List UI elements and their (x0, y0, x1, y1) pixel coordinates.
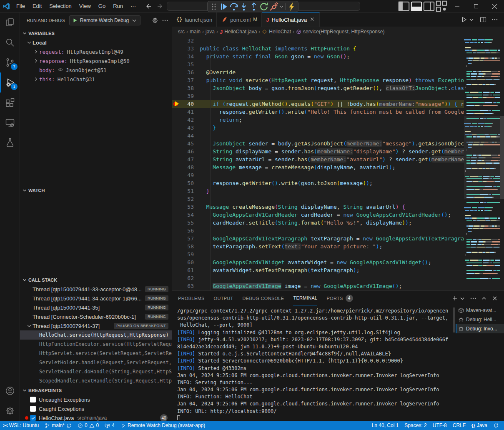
restart-button[interactable] (259, 2, 269, 11)
variable-row-response[interactable]: response:HttpResponseImpl@50 (20, 56, 172, 65)
line-number[interactable]: 51 (181, 187, 200, 195)
gutter-glyph[interactable] (172, 45, 181, 52)
line-number[interactable]: 55 (181, 219, 200, 227)
line-number[interactable]: 45 (181, 140, 200, 148)
toggle-secondary-sidebar-icon[interactable] (423, 0, 435, 12)
panel-tab-debug-console[interactable]: DEBUG CONSOLE (243, 291, 284, 305)
gutter-glyph[interactable] (172, 68, 181, 76)
line-number[interactable]: 37 (181, 76, 200, 84)
maximize-button[interactable] (466, 0, 485, 12)
editor-scrollbar[interactable] (500, 37, 504, 290)
status-eol[interactable]: CRLF (450, 421, 469, 430)
step-out-button[interactable] (249, 2, 259, 11)
line-number[interactable]: 35 (181, 60, 200, 68)
activity-extensions[interactable] (0, 92, 20, 112)
debug-dropdown-chevron-icon[interactable] (279, 2, 284, 11)
line-number[interactable]: 50 (181, 179, 200, 187)
line-number[interactable]: 48 (181, 163, 200, 171)
customize-layout-icon[interactable] (435, 0, 448, 12)
start-debug-icon[interactable] (72, 18, 78, 23)
line-number[interactable]: 41 (181, 108, 200, 116)
menu-go[interactable]: Go (95, 2, 109, 11)
continue-button[interactable] (219, 2, 229, 11)
line-number[interactable]: 33 (181, 45, 200, 52)
forward-arrow-icon[interactable] (156, 3, 163, 10)
gutter-glyph[interactable] (172, 179, 181, 187)
menu-[interactable]: ··· (127, 2, 140, 11)
breakpoint-row[interactable]: HelloChat.javasrc/main/java40 (20, 413, 172, 421)
tab-HelloChat-java[interactable]: JHelloChat.java (262, 12, 320, 27)
terminal-list-item[interactable]: Debug: Invo... (456, 324, 504, 333)
breakpoint-checkbox[interactable] (30, 406, 36, 412)
new-terminal-button[interactable] (451, 295, 466, 302)
status-remote-indicator[interactable]: ><WSL: Ubuntu (0, 421, 42, 430)
gutter-glyph[interactable] (172, 171, 181, 179)
close-panel-icon[interactable] (491, 295, 498, 302)
stack-frame-row[interactable]: HttpServlet.service(ServletRequest,Servl… (20, 349, 172, 358)
line-number[interactable]: 56 (181, 227, 200, 235)
minimize-button[interactable] (448, 0, 466, 12)
step-into-button[interactable] (239, 2, 249, 11)
gutter-glyph[interactable] (172, 148, 181, 155)
status-indentation[interactable]: Spaces: 2 (401, 421, 429, 430)
gutter-glyph[interactable] (172, 52, 181, 60)
status-notifications[interactable] (490, 421, 501, 430)
breakpoint-row[interactable]: Caught Exceptions (20, 404, 172, 413)
panel-tab-terminal[interactable]: TERMINAL (293, 291, 317, 305)
variables-section-header[interactable]: VARIABLES (20, 28, 172, 38)
breadcrumb-item[interactable]: src (178, 29, 185, 35)
variables-scope-row[interactable]: Local (20, 38, 172, 47)
panel-tab-ports[interactable]: PORTS4 (326, 291, 353, 305)
stack-frame-row[interactable]: HttpFunctionExecutor.service(HttpServlet… (20, 340, 172, 349)
activity-accounts[interactable] (0, 381, 20, 401)
thread-row[interactable]: Thread [qtp1500079441-34-acceptor-1@66..… (20, 294, 172, 303)
line-number[interactable]: 43 (181, 124, 200, 132)
breadcrumb-item[interactable]: service(HttpRequest, HttpResponse) (296, 29, 384, 35)
gutter-glyph[interactable] (172, 274, 181, 282)
line-number[interactable]: 47 (181, 155, 200, 163)
thread-row[interactable]: Thread [Connector-Scheduler-6920b0bc-1]R… (20, 312, 172, 321)
more-actions-icon[interactable] (470, 295, 476, 302)
gutter-glyph[interactable] (172, 140, 181, 148)
more-actions-icon[interactable] (162, 17, 168, 24)
line-number[interactable]: 53 (181, 203, 200, 211)
line-number[interactable]: 49 (181, 171, 200, 179)
line-number[interactable]: 32 (181, 37, 200, 45)
line-number[interactable]: 40 (181, 100, 200, 108)
line-number[interactable]: 61 (181, 266, 200, 274)
menu-edit[interactable]: Edit (29, 2, 45, 11)
line-number[interactable]: 60 (181, 258, 200, 266)
status-language-mode[interactable]: {}Java (469, 421, 490, 430)
gutter-glyph[interactable] (172, 60, 181, 68)
gutter-glyph[interactable] (172, 37, 181, 45)
line-number[interactable]: 58 (181, 242, 200, 250)
variable-row-request[interactable]: request:HttpRequestImpl@49 (20, 47, 172, 56)
gutter-glyph[interactable] (172, 108, 181, 116)
gutter-glyph[interactable] (172, 92, 181, 100)
status-cursor-position[interactable]: Ln 40, Col 1 (369, 421, 402, 430)
line-number[interactable]: 38 (181, 84, 200, 92)
gutter-glyph[interactable] (172, 163, 181, 171)
close-tab-icon[interactable] (309, 16, 315, 23)
breakpoint-checkbox[interactable] (30, 415, 36, 421)
activity-remote-explorer[interactable] (0, 112, 20, 132)
tab-pom-xml[interactable]: pom.xmlM (217, 12, 262, 27)
watch-section-header[interactable]: WATCH (20, 185, 172, 195)
stack-frame-row[interactable]: ServletHolder.handle(Request,ServletRequ… (20, 358, 172, 367)
gutter-glyph[interactable] (172, 100, 181, 108)
breakpoint-row[interactable]: Uncaught Exceptions (20, 395, 172, 404)
gutter-glyph[interactable] (172, 203, 181, 211)
gutter-glyph[interactable] (172, 250, 181, 258)
activity-testing[interactable] (0, 132, 20, 152)
gutter-glyph[interactable] (172, 258, 181, 266)
line-number[interactable]: 62 (181, 274, 200, 282)
activity-settings[interactable] (0, 401, 20, 421)
menu-file[interactable]: File (13, 2, 29, 11)
code-editor[interactable]: 3233public class HelloChat implements Ht… (172, 37, 464, 290)
line-number[interactable]: 52 (181, 195, 200, 203)
maximize-panel-icon[interactable] (481, 295, 487, 302)
drag-handle-icon[interactable] (209, 2, 219, 11)
disconnect-button[interactable] (269, 2, 279, 11)
breakpoints-section-header[interactable]: BREAKPOINTS (20, 385, 172, 395)
step-over-button[interactable] (229, 2, 239, 11)
